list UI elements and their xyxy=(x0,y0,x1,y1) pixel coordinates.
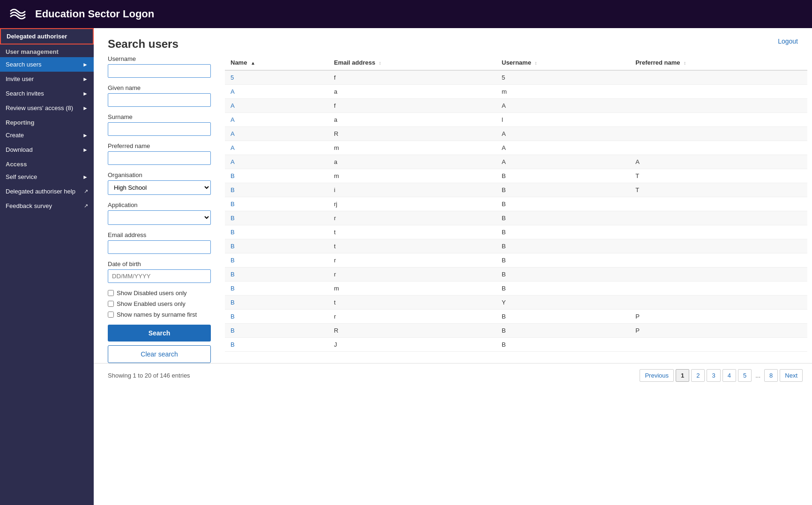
app-header: Education Sector Logon xyxy=(0,0,812,28)
name-link[interactable]: B xyxy=(231,271,235,278)
surname-label: Surname xyxy=(108,113,211,120)
next-button[interactable]: Next xyxy=(780,369,803,382)
table-row: AfA xyxy=(225,99,807,113)
name-link[interactable]: 5 xyxy=(231,74,234,81)
surname-input[interactable] xyxy=(108,122,211,136)
col-name[interactable]: Name ▲ xyxy=(225,55,328,70)
name-link[interactable]: B xyxy=(231,186,235,193)
sidebar: Delegated authoriser User management Sea… xyxy=(0,28,94,505)
cell-email: t xyxy=(328,296,496,310)
preferred-name-input[interactable] xyxy=(108,151,211,165)
sidebar-section-access: Access xyxy=(0,157,94,170)
page-8-button[interactable]: 8 xyxy=(764,369,778,382)
sidebar-role-label[interactable]: Delegated authoriser xyxy=(0,28,94,45)
col-email[interactable]: Email address ↕ xyxy=(328,55,496,70)
clear-search-button[interactable]: Clear search xyxy=(108,345,211,363)
cell-username: A xyxy=(496,127,630,141)
page-2-button[interactable]: 2 xyxy=(691,369,705,382)
cell-username: B xyxy=(496,225,630,239)
preferred-name-label: Preferred name xyxy=(108,142,211,149)
page-1-button[interactable]: 1 xyxy=(676,369,689,382)
sidebar-item-feedback-survey[interactable]: Feedback survey ↗ xyxy=(0,199,94,213)
show-disabled-label[interactable]: Show Disabled users only xyxy=(108,290,211,297)
cell-name: B xyxy=(225,183,328,197)
sidebar-item-search-users[interactable]: Search users ► xyxy=(0,57,94,72)
username-input[interactable] xyxy=(108,64,211,78)
name-link[interactable]: B xyxy=(231,229,235,236)
show-disabled-checkbox[interactable] xyxy=(108,290,114,296)
cell-preferred-name xyxy=(630,113,807,127)
previous-button[interactable]: Previous xyxy=(640,369,674,382)
col-username[interactable]: Username ↕ xyxy=(496,55,630,70)
pagination-ellipsis: ... xyxy=(753,370,762,381)
sidebar-item-create[interactable]: Create ► xyxy=(0,128,94,142)
name-link[interactable]: B xyxy=(231,215,235,222)
search-table-layout: Username Given name Surname Preferred na… xyxy=(94,55,812,363)
cell-preferred-name xyxy=(630,225,807,239)
page-5-button[interactable]: 5 xyxy=(738,369,752,382)
application-select[interactable] xyxy=(108,210,211,225)
chevron-right-icon: ► xyxy=(82,132,88,139)
name-link[interactable]: A xyxy=(231,144,235,151)
name-link[interactable]: B xyxy=(231,299,235,306)
cell-name: A xyxy=(225,85,328,99)
table-header: Name ▲ Email address ↕ Username ↕ xyxy=(225,55,807,70)
cell-preferred-name xyxy=(630,85,807,99)
name-link[interactable]: A xyxy=(231,88,235,95)
given-name-input[interactable] xyxy=(108,93,211,107)
table-row: ARA xyxy=(225,127,807,141)
sidebar-item-search-invites[interactable]: Search invites ► xyxy=(0,86,94,101)
sidebar-item-review-access[interactable]: Review users' access (8) ► xyxy=(0,101,94,115)
name-link[interactable]: B xyxy=(231,341,235,348)
table-row: BmB xyxy=(225,282,807,296)
table-row: BtB xyxy=(225,225,807,239)
cell-email: a xyxy=(328,113,496,127)
dob-input[interactable] xyxy=(108,269,211,283)
cell-name: B xyxy=(225,239,328,253)
sort-icon: ↕ xyxy=(684,60,686,66)
cell-username: B xyxy=(496,239,630,253)
logout-link[interactable]: Logout xyxy=(778,37,798,45)
col-preferred-name[interactable]: Preferred name ↕ xyxy=(630,55,807,70)
search-button[interactable]: Search xyxy=(108,325,211,342)
username-group: Username xyxy=(108,55,211,78)
email-input[interactable] xyxy=(108,240,211,254)
table-row: BrB xyxy=(225,267,807,282)
name-link[interactable]: B xyxy=(231,243,235,250)
name-link[interactable]: A xyxy=(231,130,235,137)
table-row: Aal xyxy=(225,113,807,127)
table-row: BrB xyxy=(225,253,807,267)
show-surnames-group: Show names by surname first xyxy=(108,311,211,318)
page-4-button[interactable]: 4 xyxy=(723,369,736,382)
surname-group: Surname xyxy=(108,113,211,136)
name-link[interactable]: B xyxy=(231,257,235,264)
show-surnames-label[interactable]: Show names by surname first xyxy=(108,311,211,318)
name-link[interactable]: B xyxy=(231,172,235,179)
cell-name: A xyxy=(225,127,328,141)
page-3-button[interactable]: 3 xyxy=(707,369,720,382)
name-link[interactable]: B xyxy=(231,313,235,320)
table-row: BJB xyxy=(225,338,807,352)
cell-username: B xyxy=(496,211,630,225)
cell-username: B xyxy=(496,169,630,183)
show-enabled-label[interactable]: Show Enabled users only xyxy=(108,300,211,307)
chevron-right-icon: ► xyxy=(82,105,88,111)
show-enabled-checkbox[interactable] xyxy=(108,301,114,307)
show-surnames-checkbox[interactable] xyxy=(108,312,114,318)
name-link[interactable]: B xyxy=(231,285,235,292)
cell-email: t xyxy=(328,225,496,239)
name-link[interactable]: A xyxy=(231,102,235,109)
logo-icon xyxy=(9,7,28,22)
organisation-select[interactable]: High School All xyxy=(108,180,211,195)
sidebar-item-invite-user[interactable]: Invite user ► xyxy=(0,72,94,86)
chevron-right-icon: ► xyxy=(82,90,88,97)
name-link[interactable]: A xyxy=(231,116,235,123)
name-link[interactable]: B xyxy=(231,201,235,208)
content-header: Search users Logout xyxy=(94,28,812,55)
name-link[interactable]: B xyxy=(231,327,235,334)
sidebar-item-download[interactable]: Download ► xyxy=(0,142,94,157)
cell-name: 5 xyxy=(225,70,328,85)
sidebar-item-da-help[interactable]: Delegated authoriser help ↗ xyxy=(0,184,94,199)
sidebar-item-self-service[interactable]: Self service ► xyxy=(0,170,94,184)
name-link[interactable]: A xyxy=(231,158,235,165)
